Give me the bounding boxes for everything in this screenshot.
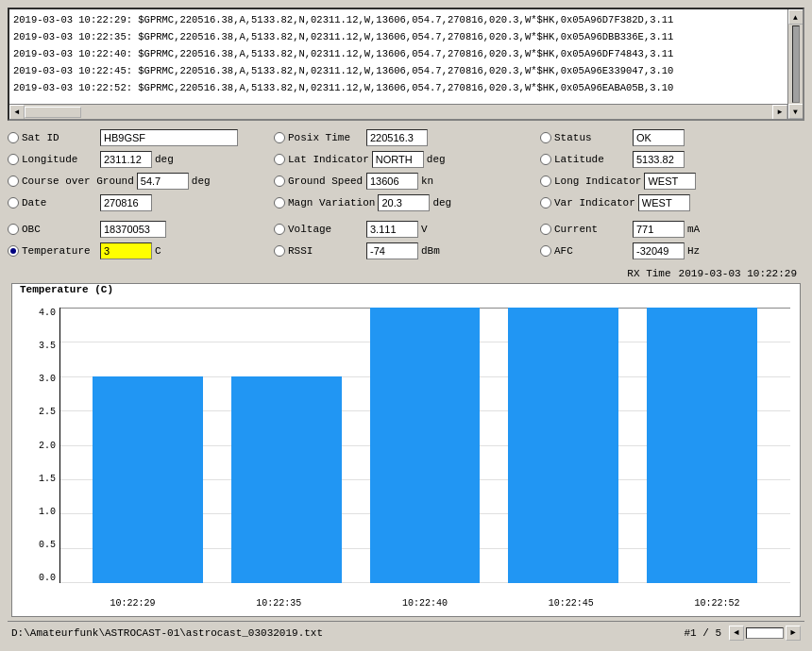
y-axis-label: 1.5: [39, 474, 56, 484]
field-row-sat-id: Sat ID: [8, 128, 272, 147]
radio-rssi[interactable]: [274, 245, 285, 257]
fields-panel: Sat ID Longitude deg Course over Ground …: [8, 125, 804, 216]
value-temperature[interactable]: [100, 242, 152, 259]
log-panel: 2019-03-03 10:22:29: $GPRMC,220516.38,A,…: [8, 8, 804, 121]
value-magn-variation[interactable]: [378, 194, 430, 211]
horizontal-scrollbar[interactable]: ◄ ►: [9, 104, 787, 119]
status-nav: ◄ ►: [729, 626, 801, 641]
y-axis-label: 4.0: [39, 308, 56, 318]
value-longitude[interactable]: [100, 151, 152, 168]
scroll-down-button[interactable]: ▼: [788, 104, 804, 119]
radio-obc[interactable]: [8, 224, 19, 235]
field-row-status: Status: [540, 128, 804, 147]
status-bar: D:\Amateurfunk\ASTROCAST-01\astrocast_03…: [8, 621, 804, 643]
log-line: 2019-03-03 10:22:40: $GPRMC,220516.38,A,…: [13, 45, 799, 62]
value-ground-speed[interactable]: [366, 173, 418, 190]
scroll-right-button[interactable]: ►: [772, 105, 787, 120]
value-posix-time[interactable]: [366, 129, 428, 146]
chart-title: Temperature (C): [12, 280, 121, 299]
chart-bar: [231, 376, 342, 583]
radio-var-indicator[interactable]: [540, 197, 551, 209]
field-row-ground-speed: Ground Speed kn: [274, 172, 538, 191]
field-row-long-indicator: Long Indicator: [540, 172, 804, 191]
field-row-var-indicator: Var Indicator: [540, 193, 804, 212]
value-voltage[interactable]: [366, 221, 418, 238]
label-course-over-ground: Course over Ground: [22, 175, 134, 187]
scroll-thumb-horizontal[interactable]: [25, 107, 81, 118]
unit-voltage: V: [421, 224, 445, 235]
chart-bar: [508, 308, 618, 583]
value-sat-id[interactable]: [100, 129, 238, 146]
log-line: 2019-03-03 10:22:35: $GPRMC,220516.38,A,…: [13, 28, 799, 45]
radio-voltage[interactable]: [274, 224, 285, 235]
radio-ground-speed[interactable]: [274, 175, 285, 187]
bar-container: [59, 308, 790, 583]
radio-course-over-ground[interactable]: [8, 175, 19, 187]
vertical-scrollbar[interactable]: ▲ ▼: [787, 9, 803, 119]
label-magn-variation: Magn Variation: [288, 197, 375, 209]
x-axis-label: 10:22:35: [256, 598, 301, 609]
value-date[interactable]: [100, 194, 152, 211]
radio-latitude[interactable]: [540, 154, 551, 165]
log-content: 2019-03-03 10:22:29: $GPRMC,220516.38,A,…: [9, 9, 803, 98]
radio-sat-id[interactable]: [8, 132, 19, 143]
radio-posix-time[interactable]: [274, 132, 285, 143]
x-axis-label: 10:22:45: [549, 598, 594, 609]
label-latitude: Latitude: [554, 154, 630, 165]
value-status[interactable]: [633, 129, 685, 146]
field-column-1: Sat ID Longitude deg Course over Ground …: [8, 128, 272, 212]
scroll-left-button[interactable]: ◄: [9, 105, 25, 120]
x-axis-label: 10:22:40: [402, 598, 448, 609]
unit-lat-indicator: deg: [427, 154, 450, 165]
y-axis-label: 3.0: [39, 374, 56, 384]
field-row-magn-variation: Magn Variation deg: [274, 193, 538, 212]
radio-afc[interactable]: [540, 245, 551, 257]
rx-time-value: 2019-03-03 10:22:29: [679, 268, 797, 279]
field-row-date: Date: [8, 193, 272, 212]
value-var-indicator[interactable]: [638, 194, 690, 211]
radio-lat-indicator[interactable]: [274, 154, 285, 165]
radio-longitude[interactable]: [8, 154, 19, 165]
fields-row2-3: OBC Temperature C Voltage V RSSI dBm: [8, 220, 804, 262]
field-row-voltage: Voltage V: [274, 220, 538, 239]
field-column-row2-mid: Voltage V RSSI dBm: [274, 220, 538, 260]
value-obc[interactable]: [100, 221, 166, 238]
nav-prev-button[interactable]: ◄: [729, 626, 744, 641]
radio-date[interactable]: [8, 197, 19, 209]
value-long-indicator[interactable]: [644, 173, 696, 190]
value-latitude[interactable]: [633, 151, 685, 168]
radio-magn-variation[interactable]: [274, 197, 285, 209]
field-column-2: Posix Time Lat Indicator deg Ground Spee…: [274, 128, 538, 212]
unit-longitude: deg: [155, 154, 178, 165]
value-lat-indicator[interactable]: [372, 151, 424, 168]
label-var-indicator: Var Indicator: [554, 197, 635, 209]
scroll-track-vertical: [792, 25, 800, 103]
status-filepath: D:\Amateurfunk\ASTROCAST-01\astrocast_03…: [11, 627, 676, 639]
label-sat-id: Sat ID: [22, 132, 97, 143]
log-line: 2019-03-03 10:22:29: $GPRMC,220516.38,A,…: [13, 11, 799, 28]
unit-ground-speed: kn: [421, 175, 445, 187]
scroll-up-button[interactable]: ▲: [788, 9, 804, 25]
chart-y-axis: 4.03.53.02.52.01.51.00.50.0: [22, 308, 59, 583]
value-current[interactable]: [633, 221, 685, 238]
label-obc: OBC: [22, 224, 97, 235]
field-column-row2-right: Current mA AFC Hz: [540, 220, 804, 260]
chart-bar: [647, 308, 757, 583]
label-date: Date: [22, 197, 97, 209]
main-container: 2019-03-03 10:22:29: $GPRMC,220516.38,A,…: [0, 0, 812, 651]
value-rssi[interactable]: [366, 242, 418, 259]
label-longitude: Longitude: [22, 154, 97, 165]
y-axis-label: 1.0: [39, 507, 56, 517]
field-row-afc: AFC Hz: [540, 242, 804, 260]
value-course-over-ground[interactable]: [137, 173, 189, 190]
field-row-current: Current mA: [540, 220, 804, 239]
radio-temperature[interactable]: [8, 245, 19, 257]
unit-current: mA: [687, 224, 711, 235]
radio-current[interactable]: [540, 224, 551, 235]
y-axis-label: 2.5: [39, 407, 56, 417]
value-afc[interactable]: [633, 242, 685, 259]
nav-next-button[interactable]: ►: [786, 626, 801, 641]
field-row-rssi: RSSI dBm: [274, 242, 538, 260]
radio-long-indicator[interactable]: [540, 175, 551, 187]
radio-status[interactable]: [540, 132, 551, 143]
